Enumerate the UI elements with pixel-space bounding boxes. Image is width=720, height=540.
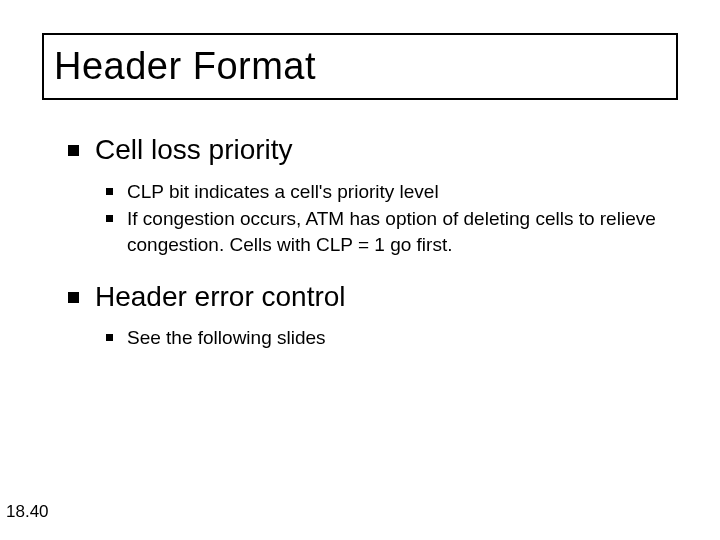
sub-list: See the following slides: [106, 325, 678, 351]
list-item: Cell loss priority: [68, 133, 678, 167]
list-item: CLP bit indicates a cell's priority leve…: [106, 179, 678, 205]
square-bullet-icon: [68, 145, 79, 156]
section-heading: Header error control: [95, 280, 346, 314]
sub-item-text: If congestion occurs, ATM has option of …: [127, 206, 678, 257]
section-heading: Cell loss priority: [95, 133, 293, 167]
square-bullet-icon: [68, 292, 79, 303]
list-item: See the following slides: [106, 325, 678, 351]
sub-item-text: See the following slides: [127, 325, 326, 351]
list-item: Header error control: [68, 280, 678, 314]
sub-item-text: CLP bit indicates a cell's priority leve…: [127, 179, 439, 205]
slide-title-box: Header Format: [42, 33, 678, 100]
page-number: 18.40: [6, 502, 49, 522]
slide-content: Cell loss priority CLP bit indicates a c…: [68, 133, 678, 373]
slide-title: Header Format: [54, 45, 316, 88]
square-bullet-icon: [106, 334, 113, 341]
square-bullet-icon: [106, 215, 113, 222]
list-item: If congestion occurs, ATM has option of …: [106, 206, 678, 257]
square-bullet-icon: [106, 188, 113, 195]
sub-list: CLP bit indicates a cell's priority leve…: [106, 179, 678, 258]
